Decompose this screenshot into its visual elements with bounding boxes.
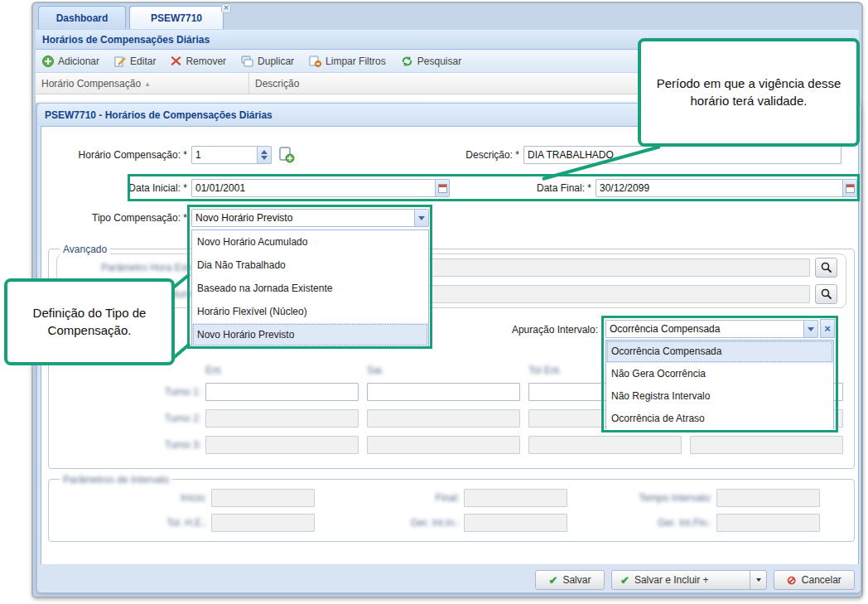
callout-definicao: Definição do Tipo de Compensação. xyxy=(4,278,175,365)
intervalo-legend: Parâmetros de Intervalo xyxy=(60,474,172,486)
tab-dashboard[interactable]: Dashboard xyxy=(38,6,126,29)
edit-icon xyxy=(114,56,126,67)
data-final-value: 30/12/2099 xyxy=(600,182,649,194)
tipo-option-flexivel[interactable]: Horário Flexível (Núcleo) xyxy=(192,300,428,323)
lookup2-search-button[interactable] xyxy=(815,284,837,304)
calendar-icon xyxy=(438,184,447,193)
check-icon: ✔ xyxy=(620,574,629,587)
tipo-option-previsto[interactable]: Novo Horário Previsto xyxy=(192,323,428,346)
duplicar-label: Duplicar xyxy=(258,56,294,67)
turno2-label: Turno 2: xyxy=(110,413,201,424)
data-final-calendar-trigger[interactable] xyxy=(842,179,857,197)
descricao-label: Descrição: * xyxy=(414,149,519,161)
turno-col-tol-ent-header: Tol Ent. xyxy=(528,365,586,376)
modal-title: PSEW7710 - Horários de Compensações Diár… xyxy=(45,109,272,121)
apuracao-option-nao-registra[interactable]: Não Registra Intervalo xyxy=(606,385,833,408)
panel-title: Horários de Compensações Diárias xyxy=(42,34,210,46)
data-inicial-field[interactable]: 01/01/2001 xyxy=(191,179,450,197)
data-inicial-calendar-trigger[interactable] xyxy=(435,179,450,197)
add-icon xyxy=(42,56,54,67)
tipo-option-acumulado[interactable]: Novo Horário Acumulado xyxy=(192,230,428,254)
tab-close-icon[interactable]: ✕ xyxy=(221,3,231,13)
turno3-sai-field xyxy=(367,436,520,454)
spinner-arrows[interactable] xyxy=(257,146,272,164)
ger-int-in-label: Ger. Int.In.: xyxy=(377,517,460,529)
callout-periodo-text: Período em que a vigência desse horário … xyxy=(652,75,846,109)
tempo-intervalo-field xyxy=(716,489,820,507)
adicionar-button[interactable]: Adicionar xyxy=(42,56,99,67)
cancelar-label: Cancelar xyxy=(802,574,841,586)
new-record-icon[interactable] xyxy=(278,147,295,163)
delete-icon xyxy=(171,56,181,66)
remover-button[interactable]: Remover xyxy=(171,56,226,67)
pesquisar-label: Pesquisar xyxy=(417,56,461,67)
sort-asc-icon: ▲ xyxy=(144,80,151,88)
adicionar-label: Adicionar xyxy=(58,56,99,67)
chevron-down-icon xyxy=(418,216,425,220)
salvar-label: Salvar xyxy=(562,574,591,586)
apuracao-combo-dropdown-trigger[interactable] xyxy=(803,320,818,338)
tab-dashboard-label: Dashboard xyxy=(56,12,108,24)
tipo-combo-dropdown-trigger[interactable] xyxy=(414,209,429,227)
ger-int-fin-label: Ger. Int.Fin.: xyxy=(605,517,712,529)
turno1-ent-field[interactable] xyxy=(205,383,359,401)
salvar-incluir-label: Salvar e Incluir + xyxy=(634,574,709,586)
apuracao-option-nao-gera[interactable]: Não Gera Ocorrência xyxy=(606,363,833,385)
tipo-option-baseado-jornada[interactable]: Baseado na Jornada Existente xyxy=(192,277,428,300)
chevron-down-icon xyxy=(808,327,814,331)
refresh-search-icon xyxy=(401,56,413,67)
cancel-icon: ⊘ xyxy=(787,573,797,587)
apuracao-option-compensada[interactable]: Ocorrência Compensada xyxy=(606,341,833,363)
limpar-filtros-label: Limpar Filtros xyxy=(326,56,386,67)
application-root: Dashboard PSEW7710 ✕ Horários de Compens… xyxy=(0,0,868,604)
turno1-label: Turno 1: xyxy=(110,386,201,398)
data-final-label: Data Final: * xyxy=(497,182,591,194)
search-icon xyxy=(821,262,832,273)
horario-compensacao-label: Horário Compensação: * xyxy=(33,149,187,161)
turno3-ent-field xyxy=(205,436,359,454)
turno3-tol-sai-field xyxy=(690,436,843,454)
turno3-tol-ent-field xyxy=(528,436,682,454)
lookup1-label: Parâmetro Hora Extra: xyxy=(50,262,200,273)
descricao-value: DIA TRABALHADO xyxy=(528,149,614,161)
avancado-legend: Avançado xyxy=(60,244,110,255)
salvar-incluir-menu-trigger[interactable] xyxy=(750,571,766,589)
cancelar-button[interactable]: ⊘ Cancelar xyxy=(774,570,855,590)
salvar-button[interactable]: ✔ Salvar xyxy=(535,570,605,590)
inicio-field xyxy=(211,489,315,507)
grid-column-descricao-label: Descrição xyxy=(255,78,299,89)
apuracao-option-atraso[interactable]: Ocorrência de Atraso xyxy=(606,408,833,430)
descricao-field[interactable]: DIA TRABALHADO xyxy=(523,146,841,164)
callout-periodo: Período em que a vigência desse horário … xyxy=(638,38,860,147)
tempo-intervalo-label: Tempo Intervalo: xyxy=(605,492,712,504)
tab-psew7710[interactable]: PSEW7710 ✕ xyxy=(129,6,224,29)
horario-compensacao-spinner[interactable]: 1 xyxy=(191,146,272,164)
apuracao-intervalo-combo[interactable]: Ocorrência Compensada xyxy=(605,320,818,338)
spinner-up-icon[interactable] xyxy=(261,150,268,154)
ger-int-in-field xyxy=(464,514,567,532)
turno-col-sai-header: Sai. xyxy=(367,365,417,376)
tipo-option-dia-nao-trabalhado[interactable]: Dia Não Trabalhado xyxy=(192,254,428,277)
tol-he-field xyxy=(211,514,315,532)
apuracao-intervalo-label: Apuração Intervalo: xyxy=(480,324,598,336)
pesquisar-button[interactable]: Pesquisar xyxy=(401,56,461,67)
duplicar-button[interactable]: Duplicar xyxy=(241,56,294,67)
grid-column-horario[interactable]: Horário Compensação ▲ xyxy=(36,73,249,94)
tipo-compensacao-combo[interactable]: Novo Horário Previsto xyxy=(191,209,429,227)
search-icon xyxy=(821,288,832,300)
final-field xyxy=(464,489,567,507)
editar-button[interactable]: Editar xyxy=(114,56,156,67)
grid-column-horario-label: Horário Compensação xyxy=(41,78,141,89)
copy-icon xyxy=(241,56,253,67)
spinner-down-icon[interactable] xyxy=(261,156,268,160)
turno2-ent-field xyxy=(205,409,359,428)
data-final-field[interactable]: 30/12/2099 xyxy=(596,179,857,197)
callout-definicao-text: Definição do Tipo de Compensação. xyxy=(17,305,162,339)
tab-psew7710-label: PSEW7710 xyxy=(151,12,202,24)
salvar-incluir-button[interactable]: ✔ Salvar e Incluir + xyxy=(611,570,767,590)
turno2-sai-field xyxy=(367,409,520,428)
limpar-filtros-button[interactable]: Limpar Filtros xyxy=(309,56,386,67)
lookup1-search-button[interactable] xyxy=(815,258,837,278)
apuracao-clear-button[interactable]: × xyxy=(820,319,835,338)
turno1-sai-field[interactable] xyxy=(367,383,520,401)
